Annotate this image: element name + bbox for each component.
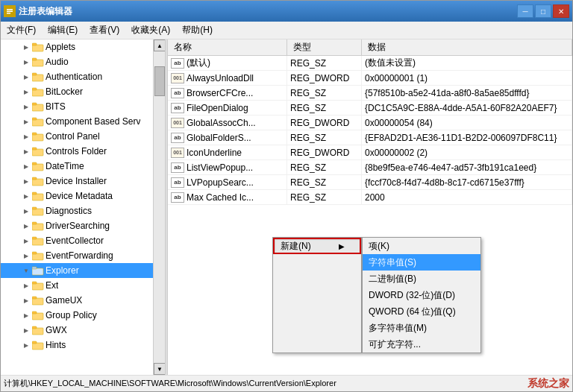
table-row[interactable]: 001IconUnderlineREG_DWORD0x00000002 (2) bbox=[168, 145, 572, 160]
tree-item[interactable]: Explorer bbox=[1, 263, 153, 278]
svg-rect-23 bbox=[32, 177, 37, 180]
svg-rect-14 bbox=[32, 119, 43, 126]
tree-arrow-icon bbox=[22, 147, 31, 156]
tree-item[interactable]: Device Metadata bbox=[1, 189, 153, 203]
tree-arrow-icon bbox=[22, 72, 31, 81]
tree-item[interactable]: Controls Folder bbox=[1, 144, 153, 159]
scroll-up-btn[interactable]: ▲ bbox=[154, 39, 166, 51]
tree-item-label: Component Based Serv bbox=[46, 116, 140, 127]
svg-rect-16 bbox=[32, 134, 43, 141]
svg-rect-34 bbox=[32, 268, 43, 275]
table-cell-type: REG_SZ bbox=[287, 86, 362, 100]
tree-item[interactable]: Applets bbox=[1, 39, 153, 54]
menu-edit[interactable]: 编辑(E) bbox=[42, 22, 84, 39]
submenu-item[interactable]: 多字符串值(M) bbox=[363, 320, 480, 336]
menu-help[interactable]: 帮助(H) bbox=[176, 22, 219, 39]
table-cell-name: 001IconUnderline bbox=[168, 145, 287, 159]
watermark: 系统之家 bbox=[527, 377, 569, 391]
entry-name: Max Cached Ic... bbox=[187, 192, 254, 203]
tree-item[interactable]: Control Panel bbox=[1, 129, 153, 144]
tree-item[interactable]: EventCollector bbox=[1, 233, 153, 248]
tree-item-label: Audio bbox=[46, 57, 69, 67]
table-cell-name: abBrowserCFCre... bbox=[168, 86, 287, 100]
close-button[interactable]: ✕ bbox=[553, 4, 569, 18]
table-row[interactable]: abLVPopupSearc...REG_SZ{fccf70c8-f4d7-4d… bbox=[168, 175, 572, 190]
tree-item[interactable]: BitLocker bbox=[1, 84, 153, 99]
tree-item[interactable]: DateTime bbox=[1, 159, 153, 174]
tree-item[interactable]: Diagnostics bbox=[1, 203, 153, 218]
entry-name: LVPopupSearc... bbox=[187, 177, 254, 188]
scroll-down-btn[interactable]: ▼ bbox=[154, 363, 166, 375]
svg-rect-32 bbox=[32, 253, 43, 260]
folder-icon bbox=[31, 221, 46, 232]
svg-rect-31 bbox=[32, 237, 37, 239]
submenu-item-label: DWORD (32-位)值(D) bbox=[369, 289, 455, 302]
svg-rect-13 bbox=[32, 103, 37, 105]
type-icon: ab bbox=[171, 88, 184, 98]
submenu-item[interactable]: DWORD (32-位)值(D) bbox=[363, 287, 480, 303]
table-row[interactable]: 001AlwaysUnloadDllREG_DWORD0x00000001 (1… bbox=[168, 71, 572, 86]
submenu-item-label: QWORD (64 位)值(Q) bbox=[369, 306, 456, 318]
tree-arrow-icon bbox=[22, 117, 31, 126]
table-cell-type: REG_DWORD bbox=[287, 145, 362, 159]
submenu-item-label: 可扩充字符... bbox=[369, 338, 421, 351]
tree-item[interactable]: GameUX bbox=[1, 293, 153, 308]
svg-rect-42 bbox=[32, 328, 43, 335]
folder-icon bbox=[31, 325, 46, 336]
tree-item[interactable]: Component Based Serv bbox=[1, 114, 153, 129]
tree-item[interactable]: Device Installer bbox=[1, 174, 153, 189]
tree-item[interactable]: Authentication bbox=[1, 69, 153, 84]
tree-item[interactable]: Group Policy bbox=[1, 308, 153, 323]
type-icon: 001 bbox=[171, 148, 184, 158]
table-cell-data: {EF8AD2D1-AE36-11D1-B2D2-006097DF8C11} bbox=[362, 130, 572, 145]
menu-view[interactable]: 查看(V) bbox=[84, 22, 125, 39]
svg-rect-37 bbox=[32, 282, 37, 284]
new-menu-label: 新建(N) bbox=[281, 240, 311, 253]
type-icon: 001 bbox=[171, 73, 184, 83]
table-cell-type: REG_SZ bbox=[287, 175, 362, 189]
svg-rect-17 bbox=[32, 133, 37, 135]
tree-item[interactable]: EventForwarding bbox=[1, 248, 153, 263]
submenu: 项(K)字符串值(S)二进制值(B)DWORD (32-位)值(D)QWORD … bbox=[362, 237, 481, 353]
table-row[interactable]: abBrowserCFCre...REG_SZ{57f8510b-a5e2-41… bbox=[168, 86, 572, 101]
folder-icon bbox=[31, 101, 46, 113]
menu-file[interactable]: 文件(F) bbox=[1, 22, 42, 39]
tree-item[interactable]: Hints bbox=[1, 338, 153, 353]
tree-item-label: DateTime bbox=[46, 161, 84, 171]
submenu-item[interactable]: 字符串值(S) bbox=[363, 254, 480, 271]
svg-rect-4 bbox=[32, 45, 43, 51]
table-row[interactable]: abListViewPopup...REG_SZ{8be9f5ea-e746-4… bbox=[168, 160, 572, 175]
tree-arrow-icon bbox=[22, 326, 31, 335]
tree-item[interactable]: Ext bbox=[1, 278, 153, 293]
tree-item[interactable]: BITS bbox=[1, 99, 153, 114]
table-row[interactable]: 001GlobalAssocCh...REG_DWORD0x00000054 (… bbox=[168, 116, 572, 130]
tree-item-label: DriverSearching bbox=[46, 221, 110, 231]
new-menu-item[interactable]: 新建(N) ▶ bbox=[273, 238, 361, 254]
tree-scrollbar[interactable]: ▲ ▼ bbox=[153, 39, 165, 375]
submenu-item[interactable]: 二进制值(B) bbox=[363, 271, 480, 287]
folder-icon bbox=[31, 340, 46, 351]
menu-favorites[interactable]: 收藏夹(A) bbox=[125, 22, 176, 39]
svg-rect-11 bbox=[32, 88, 37, 90]
tree-item[interactable]: GWX bbox=[1, 323, 153, 338]
svg-rect-45 bbox=[32, 341, 37, 344]
tree-item-label: BitLocker bbox=[46, 86, 83, 97]
type-icon: ab bbox=[171, 177, 184, 188]
table-cell-type: REG_SZ bbox=[287, 56, 362, 70]
submenu-item[interactable]: QWORD (64 位)值(Q) bbox=[363, 303, 480, 320]
table-row[interactable]: abMax Cached Ic...REG_SZ2000 bbox=[168, 190, 572, 205]
tree-panel: Applets Audio Authentication BitLocker B… bbox=[1, 39, 153, 375]
table-row[interactable]: abGlobalFolderS...REG_SZ{EF8AD2D1-AE36-1… bbox=[168, 130, 572, 145]
table-row[interactable]: ab(默认)REG_SZ(数值未设置) bbox=[168, 56, 572, 71]
submenu-item[interactable]: 可扩充字符... bbox=[363, 336, 480, 353]
minimize-button[interactable]: ─ bbox=[517, 4, 533, 18]
table-cell-name: 001GlobalAssocCh... bbox=[168, 116, 287, 130]
scroll-thumb[interactable] bbox=[154, 66, 165, 96]
tree-item[interactable]: Audio bbox=[1, 54, 153, 69]
svg-rect-29 bbox=[32, 222, 37, 224]
maximize-button[interactable]: □ bbox=[535, 4, 551, 18]
tree-item[interactable]: DriverSearching bbox=[1, 218, 153, 233]
table-row[interactable]: abFileOpenDialogREG_SZ{DC1C5A9C-E88A-4dd… bbox=[168, 101, 572, 116]
tree-arrow-icon bbox=[22, 266, 31, 275]
submenu-item[interactable]: 项(K) bbox=[363, 238, 480, 254]
